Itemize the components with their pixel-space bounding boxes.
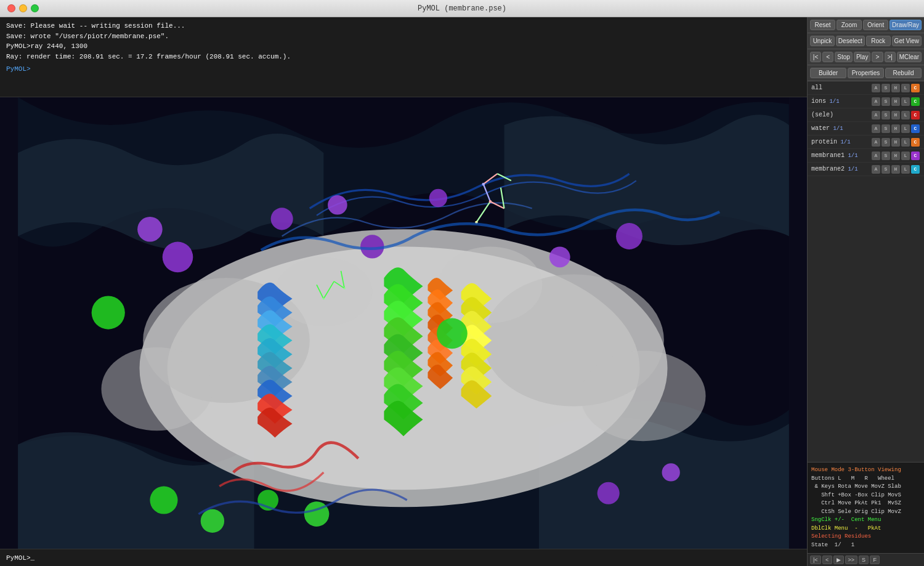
svg-point-33: [662, 463, 680, 481]
rock-button[interactable]: Rock: [866, 36, 891, 46]
mm-line-6: SngClk +/- Cent Menu: [811, 517, 881, 523]
obj-show-protein[interactable]: S: [881, 138, 890, 147]
svg-point-17: [482, 183, 485, 186]
bottom-prompt: PyMOL>_: [6, 554, 34, 562]
obj-action-protein[interactable]: A: [872, 138, 880, 147]
pb-prev[interactable]: <: [822, 556, 832, 564]
molecular-visualization: [0, 97, 807, 549]
pb-s[interactable]: S: [859, 556, 869, 564]
obj-color-protein[interactable]: C: [911, 138, 920, 147]
properties-button[interactable]: Properties: [848, 68, 884, 78]
mm-line-3: Shft +Box -Box Clip MovS: [811, 491, 920, 500]
pymol-prompt: PyMOL>: [6, 64, 801, 75]
svg-point-5: [101, 347, 212, 431]
obj-color-membrane2[interactable]: C: [911, 165, 920, 174]
pb-play[interactable]: ▶: [833, 556, 844, 564]
object-row-water[interactable]: water 1/1ASHLC: [808, 122, 924, 135]
obj-hide-water[interactable]: H: [891, 124, 900, 133]
obj-hide-all[interactable]: H: [891, 84, 900, 92]
builder-button[interactable]: Builder: [810, 68, 846, 78]
object-row-(sele)[interactable]: (sele)ASHLC: [808, 108, 924, 122]
pb-rewind[interactable]: |<: [810, 556, 821, 564]
unpick-button[interactable]: Unpick: [810, 36, 835, 46]
obj-show-membrane1[interactable]: S: [881, 152, 890, 160]
svg-point-27: [328, 195, 347, 215]
obj-color-(sele)[interactable]: C: [911, 111, 920, 119]
obj-hide-membrane2[interactable]: H: [891, 165, 900, 174]
object-name-ions: ions 1/1: [811, 98, 871, 105]
svg-point-29: [429, 189, 447, 207]
title-bar: PyMOL (membrane.pse): [0, 0, 924, 17]
mclear-button[interactable]: MClear: [897, 52, 922, 62]
bottom-console[interactable]: PyMOL>_: [0, 549, 807, 566]
object-row-all[interactable]: allASHLC: [808, 81, 924, 95]
obj-label-(sele)[interactable]: L: [901, 111, 910, 119]
obj-show-ions[interactable]: S: [881, 97, 890, 106]
object-name-all: all: [811, 84, 871, 91]
obj-action-ions[interactable]: A: [872, 97, 880, 106]
obj-show-(sele)[interactable]: S: [881, 111, 890, 119]
obj-hide-ions[interactable]: H: [891, 97, 900, 106]
obj-action-all[interactable]: A: [872, 84, 880, 92]
obj-action-water[interactable]: A: [872, 124, 880, 133]
svg-point-25: [137, 217, 163, 242]
prev-button[interactable]: <: [822, 52, 833, 62]
viewport-3d[interactable]: [0, 97, 807, 549]
obj-label-protein[interactable]: L: [901, 138, 910, 147]
toolbar-row4: Builder Properties Rebuild: [808, 65, 924, 81]
svg-point-22: [323, 297, 325, 299]
maximize-button[interactable]: [31, 4, 39, 12]
next-button[interactable]: >: [872, 52, 883, 62]
pb-next[interactable]: >>: [845, 556, 858, 564]
obj-label-all[interactable]: L: [901, 84, 910, 92]
obj-action-(sele)[interactable]: A: [872, 111, 880, 119]
obj-label-membrane2[interactable]: L: [901, 165, 910, 174]
obj-color-all[interactable]: C: [911, 84, 920, 92]
obj-action-membrane1[interactable]: A: [872, 152, 880, 160]
play-button[interactable]: Play: [854, 52, 870, 62]
obj-label-membrane1[interactable]: L: [901, 152, 910, 160]
object-row-ions[interactable]: ions 1/1ASHLC: [808, 95, 924, 108]
orient-button[interactable]: Orient: [863, 20, 888, 30]
obj-show-membrane2[interactable]: S: [881, 165, 890, 174]
svg-point-24: [163, 242, 193, 273]
obj-color-water[interactable]: C: [911, 124, 920, 133]
obj-action-membrane2[interactable]: A: [872, 165, 880, 174]
pb-f[interactable]: F: [870, 556, 880, 564]
rewind-button[interactable]: |<: [810, 52, 821, 62]
object-name-(sele): (sele): [811, 111, 871, 118]
minimize-button[interactable]: [19, 4, 27, 12]
obj-label-water[interactable]: L: [901, 124, 910, 133]
object-row-membrane2[interactable]: membrane2 1/1ASHLC: [808, 163, 924, 176]
obj-show-all[interactable]: S: [881, 84, 890, 92]
obj-color-ions[interactable]: C: [911, 97, 920, 106]
zoom-button[interactable]: Zoom: [837, 20, 862, 30]
console-area[interactable]: Save: Please wait -- writing session fil…: [0, 17, 807, 97]
obj-hide-protein[interactable]: H: [891, 138, 900, 147]
deselect-button[interactable]: Deselect: [836, 36, 865, 46]
playback-controls: |< < ▶ >> S F: [808, 553, 924, 566]
end-button[interactable]: >|: [885, 52, 896, 62]
mm-selecting: Selecting Residues: [811, 533, 871, 540]
reset-button[interactable]: Reset: [810, 20, 835, 30]
object-row-protein[interactable]: protein 1/1ASHLC: [808, 135, 924, 149]
svg-point-31: [616, 223, 642, 249]
toolbar-row2: Unpick Deselect Rock Get View: [808, 33, 924, 49]
stop-button[interactable]: Stop: [835, 52, 853, 62]
draw-ray-button[interactable]: Draw/Ray: [890, 20, 922, 30]
svg-point-36: [150, 487, 177, 514]
toolbar-row3: |< < Stop Play > >| MClear: [808, 49, 924, 65]
object-list: allASHLCions 1/1ASHLC(sele)ASHLCwater 1/…: [808, 81, 924, 462]
obj-hide-(sele)[interactable]: H: [891, 111, 900, 119]
get-view-button[interactable]: Get View: [892, 36, 922, 46]
obj-hide-membrane1[interactable]: H: [891, 152, 900, 160]
mouse-mode-title: Mouse Mode 3-Button Viewing: [811, 466, 920, 475]
obj-color-membrane1[interactable]: C: [911, 152, 920, 160]
object-row-membrane1[interactable]: membrane1 1/1ASHLC: [808, 149, 924, 163]
obj-label-ions[interactable]: L: [901, 97, 910, 106]
obj-show-water[interactable]: S: [881, 124, 890, 133]
svg-point-34: [92, 296, 125, 329]
rebuild-button[interactable]: Rebuild: [885, 68, 922, 78]
close-button[interactable]: [7, 4, 15, 12]
mm-line-4: Ctrl Move PkAt Pk1 MvSZ: [811, 499, 920, 508]
